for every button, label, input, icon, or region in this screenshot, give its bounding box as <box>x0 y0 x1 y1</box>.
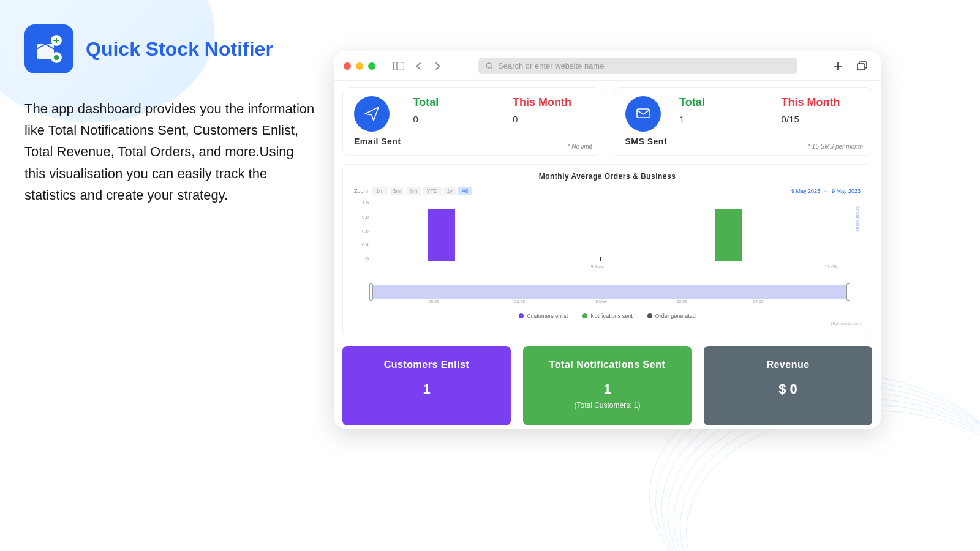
x-tick-1: 9 May <box>590 264 604 269</box>
zoom-6m[interactable]: 6m <box>406 187 421 195</box>
customers-enlist-card: Customers Enlist 1 <box>342 346 511 425</box>
browser-toolbar: Search or enter website name <box>334 51 881 81</box>
maximize-window-icon[interactable] <box>368 62 375 70</box>
svg-point-3 <box>54 55 59 60</box>
sms-icon <box>625 96 661 132</box>
sidebar-toggle-icon[interactable] <box>390 59 407 73</box>
customers-enlist-title: Customers Enlist <box>384 359 470 375</box>
legend-enlist[interactable]: Customers enlist <box>519 313 568 319</box>
zoom-3m[interactable]: 3m <box>390 187 405 195</box>
sms-label: SMS Sent <box>625 137 668 146</box>
search-placeholder: Search or enter website name <box>498 61 604 70</box>
plot-area <box>371 200 848 261</box>
sms-sent-card: SMS Sent Total 1 This Month 0/15 * 15 SM… <box>614 87 873 156</box>
revenue-title: Revenue <box>766 359 809 375</box>
app-description: The app dashboard provides you the infor… <box>24 98 318 206</box>
range-slider[interactable] <box>371 285 848 299</box>
tabs-icon[interactable] <box>854 59 871 73</box>
chart-title: Monthly Average Orders & Business <box>354 172 861 181</box>
bar-notifications-sent <box>715 209 742 261</box>
email-note: * No limit <box>567 143 592 150</box>
total-notifications-value: 1 <box>530 381 684 397</box>
traffic-lights <box>344 62 375 70</box>
chart-credit: Highcharts.com <box>354 321 861 326</box>
app-title: Quick Stock Notifier <box>86 37 273 61</box>
zoom-1y[interactable]: 1y <box>443 187 457 195</box>
browser-window: Search or enter website name Email Sent <box>334 51 881 429</box>
email-month-value: 0 <box>513 114 589 124</box>
zoom-buttons: Zoom 1m 3m 6m YTD 1y All <box>354 187 472 195</box>
date-range[interactable]: 9 May 2023 → 9 May 2023 <box>791 188 861 194</box>
legend-notif[interactable]: Notifications sent <box>582 313 633 319</box>
total-notifications-card: Total Notifications Sent 1 (Total Custom… <box>523 346 692 425</box>
search-icon <box>486 62 493 70</box>
sms-total-label: Total <box>679 96 758 109</box>
minimize-window-icon[interactable] <box>356 62 363 70</box>
sms-month-value: 0/15 <box>782 114 861 124</box>
search-input[interactable]: Search or enter website name <box>478 58 797 74</box>
zoom-all[interactable]: All <box>458 187 472 195</box>
sms-month-label: This Month <box>782 96 861 109</box>
email-total-label: Total <box>413 96 490 109</box>
svg-rect-12 <box>637 109 649 118</box>
revenue-card: Revenue $ 0 <box>704 346 872 425</box>
x-tick-2: 12:00 <box>824 264 837 269</box>
chart-legend: Customers enlist Notifications sent Orde… <box>354 313 861 319</box>
zoom-ytd[interactable]: YTD <box>423 187 442 195</box>
svg-line-7 <box>491 67 492 69</box>
sms-note: * 15 SMS per month <box>808 143 863 150</box>
svg-rect-11 <box>858 64 865 70</box>
range-handle-right[interactable] <box>846 283 850 301</box>
email-icon <box>354 96 390 132</box>
total-notifications-title: Total Notifications Sent <box>549 359 665 375</box>
back-icon[interactable] <box>410 59 427 73</box>
bar-customers-enlist <box>428 209 455 261</box>
app-icon <box>24 24 74 73</box>
email-month-label: This Month <box>513 96 589 109</box>
range-handle-left[interactable] <box>369 283 373 301</box>
total-notifications-sub: (Total Customers: 1) <box>530 401 684 410</box>
svg-point-6 <box>486 63 491 68</box>
chart-card: Monthly Average Orders & Business Zoom 1… <box>342 164 872 337</box>
new-tab-icon[interactable] <box>829 59 846 73</box>
email-total-value: 0 <box>413 114 490 124</box>
zoom-1m[interactable]: 1m <box>372 187 388 195</box>
email-label: Email Sent <box>354 137 401 146</box>
zoom-label: Zoom <box>354 188 368 194</box>
y-axis: 1.0 0.8 0.6 0.4 0 <box>354 200 369 261</box>
y-axis-right-label: Order value <box>855 206 861 232</box>
customers-enlist-value: 1 <box>350 381 503 397</box>
sms-total-value: 1 <box>679 114 758 124</box>
svg-rect-4 <box>394 62 404 70</box>
close-window-icon[interactable] <box>344 62 351 70</box>
chart-plot: 1.0 0.8 0.6 0.4 0 9 May 12:00 Order valu… <box>354 200 861 274</box>
legend-order[interactable]: Order generated <box>647 313 696 319</box>
email-sent-card: Email Sent Total 0 This Month 0 * No lim… <box>342 87 601 156</box>
revenue-value: $ 0 <box>711 381 865 397</box>
range-labels: 20:00 22:00 9 May 02:00 04:00 <box>371 299 848 307</box>
left-panel: Quick Stock Notifier The app dashboard p… <box>24 24 318 206</box>
forward-icon[interactable] <box>429 59 447 73</box>
